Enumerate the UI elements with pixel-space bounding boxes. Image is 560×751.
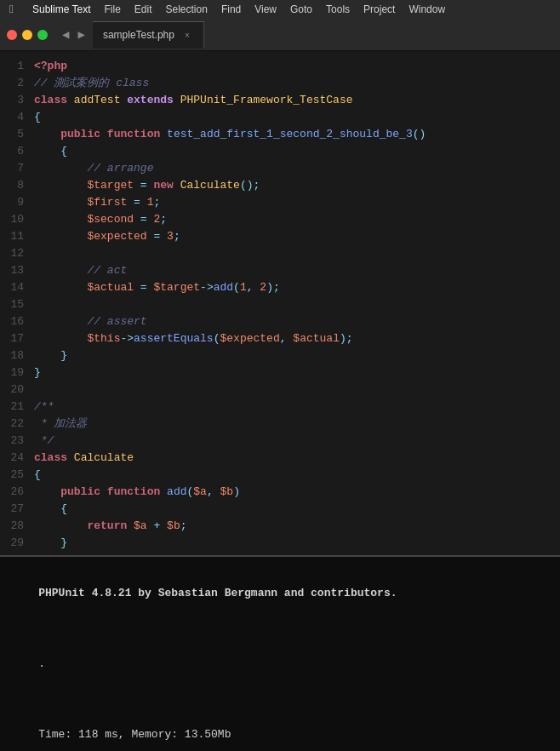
line-number: 12 (7, 245, 24, 262)
line-number: 5 (7, 126, 24, 143)
terminal-output: PHPUnit 4.8.21 by Sebastian Bergmann and… (12, 567, 548, 751)
line-number: 4 (7, 109, 24, 126)
line-number: 19 (7, 364, 24, 381)
line-number: 6 (7, 143, 24, 160)
minimize-button[interactable] (22, 30, 32, 40)
time-memory: Time: 118 ms, Memory: 13.50Mb (38, 728, 231, 741)
menu-goto[interactable]: Goto (290, 3, 312, 15)
line-number: 7 (7, 160, 24, 177)
maximize-button[interactable] (37, 30, 48, 40)
line-number: 24 (7, 450, 24, 467)
line-number: 16 (7, 313, 24, 330)
code-line: class Calculate (34, 450, 553, 467)
terminal-panel: PHPUnit 4.8.21 by Sebastian Bergmann and… (0, 555, 560, 751)
line-number: 3 (7, 92, 24, 109)
traffic-lights (0, 25, 54, 45)
tab-close-button[interactable]: × (181, 29, 193, 41)
code-line: */ (34, 433, 553, 450)
tab-filename: sampleTest.php (103, 29, 174, 41)
line-number: 15 (7, 296, 24, 313)
line-number: 27 (7, 501, 24, 518)
line-number: 23 (7, 433, 24, 450)
line-number: 9 (7, 194, 24, 211)
code-line (34, 296, 553, 313)
menu-selection[interactable]: Selection (166, 3, 208, 15)
code-line: $second = 2; (34, 211, 553, 228)
phpunit-header: PHPUnit 4.8.21 by Sebastian Bergmann and… (38, 587, 397, 599)
file-tab[interactable]: sampleTest.php × (93, 21, 204, 49)
code-line: // 測試案例的 class (34, 75, 553, 92)
menu-view[interactable]: View (254, 3, 277, 15)
code-line: { (34, 467, 553, 484)
line-number: 8 (7, 177, 24, 194)
test-dot: . (38, 657, 45, 670)
code-editor: 1234567891011121314151617181920212223242… (0, 51, 560, 555)
menubar:  Sublime Text File Edit Selection Find … (0, 0, 560, 19)
line-number: 21 (7, 398, 24, 416)
menu-project[interactable]: Project (363, 3, 395, 15)
code-line: { (34, 109, 553, 126)
code-line: $actual = $target->add(1, 2); (34, 279, 553, 296)
line-number: 28 (7, 518, 24, 535)
code-line: } (34, 535, 553, 552)
code-line: public function add($a, $b) (34, 484, 553, 501)
code-line: /** (34, 398, 553, 416)
line-number: 20 (7, 381, 24, 398)
line-number: 17 (7, 330, 24, 347)
menu-find[interactable]: Find (221, 3, 241, 15)
code-line: } (34, 347, 553, 364)
line-number: 2 (7, 75, 24, 92)
menu-window[interactable]: Window (409, 3, 445, 15)
line-number: 25 (7, 467, 24, 484)
close-button[interactable] (7, 30, 17, 40)
code-line: public function test_add_first_1_second_… (34, 126, 553, 143)
apple-menu[interactable]:  (7, 3, 19, 15)
forward-arrow[interactable]: ▶ (75, 26, 87, 43)
code-line: $expected = 3; (34, 228, 553, 245)
line-number: 14 (7, 279, 24, 296)
code-line: return $a + $b; (34, 518, 553, 535)
tab-nav: ◀ ▶ (54, 26, 93, 43)
line-numbers: 1234567891011121314151617181920212223242… (0, 51, 31, 555)
code-line: // assert (34, 313, 553, 330)
code-line: { (34, 143, 553, 160)
code-line: } (34, 364, 553, 381)
line-number: 18 (7, 347, 24, 364)
code-line: // arrange (34, 160, 553, 177)
line-number: 29 (7, 535, 24, 552)
line-number: 11 (7, 228, 24, 245)
menu-tools[interactable]: Tools (326, 3, 350, 15)
code-line: // act (34, 262, 553, 279)
code-line: $this->assertEquals($expected, $actual); (34, 330, 553, 347)
line-number: 13 (7, 262, 24, 279)
menu-edit[interactable]: Edit (134, 3, 152, 15)
line-number: 1 (7, 58, 24, 75)
code-line: <?php (34, 58, 553, 75)
code-line: $target = new Calculate(); (34, 177, 553, 194)
line-number: 10 (7, 211, 24, 228)
code-line (34, 381, 553, 398)
menu-file[interactable]: File (104, 3, 120, 15)
code-line: class addTest extends PHPUnit_Framework_… (34, 92, 553, 109)
code-line: * 加法器 (34, 416, 553, 433)
code-line (34, 245, 553, 262)
code-content[interactable]: <?php// 測試案例的 classclass addTest extends… (31, 51, 560, 555)
back-arrow[interactable]: ◀ (60, 26, 71, 43)
code-line: { (34, 501, 553, 518)
line-number: 26 (7, 484, 24, 501)
line-number: 22 (7, 416, 24, 433)
menu-sublime-text[interactable]: Sublime Text (32, 3, 90, 15)
code-line: $first = 1; (34, 194, 553, 211)
